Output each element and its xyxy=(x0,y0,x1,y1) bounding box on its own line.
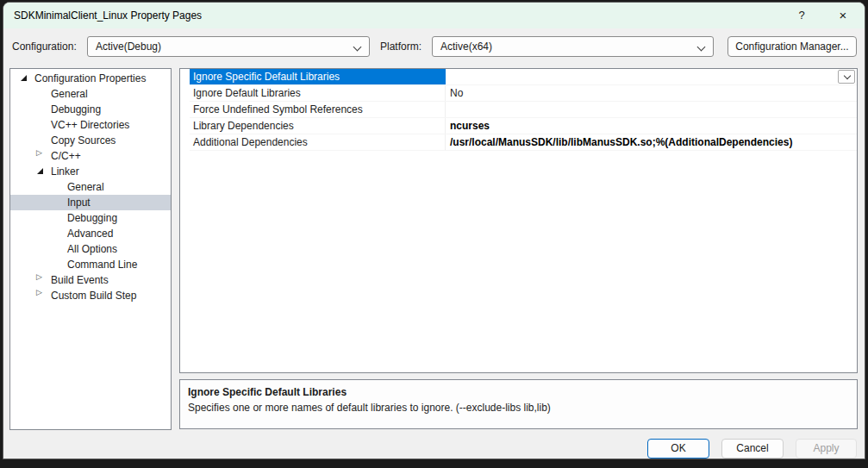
property-row-additional-dependencies[interactable]: Additional Dependencies /usr/local/Manus… xyxy=(190,134,857,151)
tree-item-linker[interactable]: Linker xyxy=(10,164,171,179)
chevron-down-icon xyxy=(697,43,706,52)
category-tree: Configuration Properties General Debuggi… xyxy=(9,68,172,430)
apply-button: Apply xyxy=(796,439,857,459)
property-row-library-dependencies[interactable]: Library Dependencies ncurses xyxy=(190,118,857,134)
ok-button[interactable]: OK xyxy=(647,439,709,459)
tree-item-general[interactable]: General xyxy=(10,86,171,102)
tree-collapsed-icon[interactable] xyxy=(35,275,46,285)
tree-item-configuration-properties[interactable]: Configuration Properties xyxy=(10,71,171,86)
cancel-button[interactable]: Cancel xyxy=(721,439,784,459)
tree-item-linker-debugging[interactable]: Debugging xyxy=(10,210,171,226)
title-bar: SDKMinimalClient_Linux Property Pages ? … xyxy=(3,3,865,28)
tree-spacer xyxy=(52,213,62,223)
tree-item-linker-all-options[interactable]: All Options xyxy=(10,241,171,257)
tree-collapsed-icon[interactable] xyxy=(35,290,46,301)
platform-dropdown[interactable]: Active(x64) xyxy=(432,36,714,57)
description-text: Specifies one or more names of default l… xyxy=(188,402,849,414)
chevron-down-icon xyxy=(353,43,362,52)
tree-spacer xyxy=(35,89,46,99)
tree-item-vcpp-directories[interactable]: VC++ Directories xyxy=(10,117,171,133)
tree-item-copy-sources[interactable]: Copy Sources xyxy=(10,133,171,148)
tree-item-linker-general[interactable]: General xyxy=(10,179,171,195)
tree-spacer xyxy=(35,104,46,115)
property-row-force-undefined-symbol-references[interactable]: Force Undefined Symbol References xyxy=(190,102,857,118)
tree-item-c-cpp[interactable]: C/C++ xyxy=(10,148,171,164)
description-title: Ignore Specific Default Libraries xyxy=(188,386,849,398)
platform-dropdown-value: Active(x64) xyxy=(440,41,492,53)
tree-spacer xyxy=(52,244,62,254)
platform-label: Platform: xyxy=(380,36,422,57)
tree-expanded-icon[interactable] xyxy=(35,166,46,177)
chevron-down-icon xyxy=(844,72,851,79)
tree-spacer xyxy=(52,182,62,192)
configuration-manager-button[interactable]: Configuration Manager... xyxy=(727,36,857,57)
property-row-ignore-default-libraries[interactable]: Ignore Default Libraries No xyxy=(190,85,857,102)
tree-item-linker-input[interactable]: Input xyxy=(10,195,171,210)
configuration-dropdown-value: Active(Debug) xyxy=(96,41,161,53)
tree-spacer xyxy=(35,120,46,130)
tree-expanded-icon[interactable] xyxy=(19,73,29,84)
configuration-dropdown[interactable]: Active(Debug) xyxy=(87,36,370,57)
window-title: SDKMinimalClient_Linux Property Pages xyxy=(14,3,202,28)
tree-spacer xyxy=(52,228,62,239)
value-dropdown-button[interactable] xyxy=(838,70,855,84)
tree-spacer xyxy=(35,135,46,146)
tree-spacer xyxy=(52,197,62,208)
property-pages-dialog: SDKMinimalClient_Linux Property Pages ? … xyxy=(3,2,865,459)
tree-item-custom-build-step[interactable]: Custom Build Step xyxy=(10,288,171,303)
tree-item-linker-command-line[interactable]: Command Line xyxy=(10,257,171,272)
tree-spacer xyxy=(52,259,62,270)
tree-item-debugging[interactable]: Debugging xyxy=(10,102,171,117)
property-grid: Ignore Specific Default Libraries Ignore… xyxy=(179,68,858,373)
property-description-panel: Ignore Specific Default Libraries Specif… xyxy=(179,379,858,429)
close-button[interactable]: × xyxy=(827,3,859,28)
tree-item-linker-advanced[interactable]: Advanced xyxy=(10,226,171,241)
tree-collapsed-icon[interactable] xyxy=(35,151,46,161)
property-row-ignore-specific-default-libraries[interactable]: Ignore Specific Default Libraries xyxy=(190,69,857,85)
help-button[interactable]: ? xyxy=(785,3,818,28)
tree-item-build-events[interactable]: Build Events xyxy=(10,272,171,288)
configuration-label: Configuration: xyxy=(12,36,77,57)
